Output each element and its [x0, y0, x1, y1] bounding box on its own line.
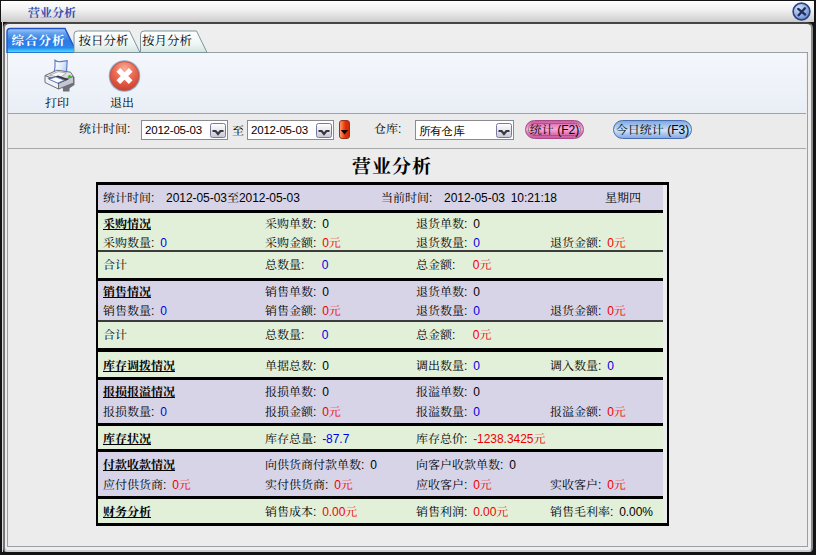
- svg-text:按日分析: 按日分析: [79, 31, 130, 49]
- svg-text:综合分析: 综合分析: [12, 31, 66, 49]
- svg-text:按月分析: 按月分析: [142, 31, 193, 49]
